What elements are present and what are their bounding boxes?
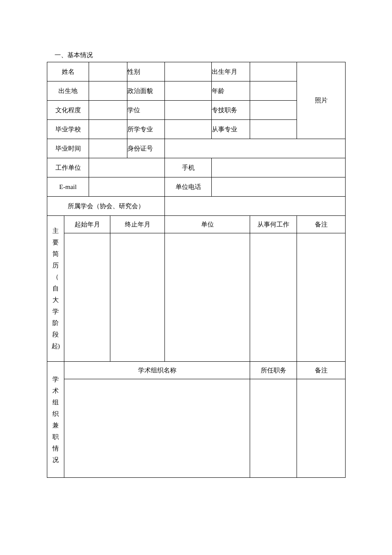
resume-cell-end bbox=[110, 233, 165, 362]
value-birthdate bbox=[250, 62, 297, 81]
label-email: E-mail bbox=[47, 177, 89, 197]
label-gender: 性别 bbox=[127, 62, 165, 81]
org-header-position: 所任职务 bbox=[250, 362, 297, 379]
value-protitle bbox=[250, 101, 297, 120]
value-name bbox=[89, 62, 127, 81]
value-political bbox=[165, 81, 212, 101]
org-side-char: 组 bbox=[47, 397, 64, 408]
label-unitphone: 单位电话 bbox=[165, 177, 212, 197]
resume-side-char: 要 bbox=[47, 237, 64, 248]
org-side-char: 织 bbox=[47, 408, 64, 420]
org-header-name: 学术组织名称 bbox=[64, 362, 250, 379]
value-society bbox=[165, 197, 346, 216]
section-title: 一、基本情况 bbox=[55, 51, 345, 59]
resume-side-char: （ bbox=[47, 271, 64, 283]
org-side-label: 学 术 组 织 兼 职 情 况 bbox=[47, 362, 64, 478]
resume-header-end: 终止年月 bbox=[110, 216, 165, 233]
org-side-char: 兼 bbox=[47, 420, 64, 431]
label-protitle: 专技职务 bbox=[212, 101, 250, 120]
page: 一、基本情况 姓名 性别 出生年月 照片 出生地 bbox=[0, 0, 392, 555]
label-birthdate: 出生年月 bbox=[212, 62, 250, 81]
value-gradtime bbox=[89, 139, 127, 158]
resume-side-char: 段 bbox=[47, 329, 64, 340]
org-cell-note bbox=[297, 379, 346, 478]
org-side-char: 学 bbox=[47, 374, 64, 385]
label-idnumber: 身份证号 bbox=[127, 139, 165, 158]
org-side-char: 术 bbox=[47, 385, 64, 397]
resume-header-work: 从事何工作 bbox=[250, 216, 297, 233]
resume-cell-note bbox=[297, 233, 346, 362]
value-mobile bbox=[212, 158, 346, 177]
value-unitphone bbox=[212, 177, 346, 197]
resume-side-char: 起) bbox=[47, 340, 64, 352]
value-age bbox=[250, 81, 297, 101]
value-engagedmajor bbox=[250, 120, 297, 139]
label-degree: 学位 bbox=[127, 101, 165, 120]
label-name: 姓名 bbox=[47, 62, 89, 81]
org-side-char: 职 bbox=[47, 431, 64, 443]
resume-side-char: 大 bbox=[47, 294, 64, 306]
org-side-char: 情 bbox=[47, 443, 64, 454]
org-side-char: 况 bbox=[47, 454, 64, 466]
label-age: 年龄 bbox=[212, 81, 250, 101]
label-mobile: 手机 bbox=[165, 158, 212, 177]
photo-cell: 照片 bbox=[297, 62, 346, 139]
value-idnumber bbox=[165, 139, 346, 158]
value-major bbox=[165, 120, 212, 139]
value-email bbox=[89, 177, 165, 197]
resume-header-start: 起始年月 bbox=[64, 216, 110, 233]
label-society: 所属学会（协会、研究会） bbox=[47, 197, 165, 216]
resume-header-unit: 单位 bbox=[165, 216, 250, 233]
resume-side-char: 学 bbox=[47, 306, 64, 317]
value-birthplace bbox=[89, 81, 127, 101]
org-cell-position bbox=[250, 379, 297, 478]
basic-info-table: 姓名 性别 出生年月 照片 出生地 政治面貌 年龄 文化程度 学位 专技职务 bbox=[47, 62, 346, 478]
label-education: 文化程度 bbox=[47, 101, 89, 120]
resume-cell-unit bbox=[165, 233, 250, 362]
value-workunit bbox=[89, 158, 165, 177]
label-gradschool: 毕业学校 bbox=[47, 120, 89, 139]
resume-cell-work bbox=[250, 233, 297, 362]
value-gradschool bbox=[89, 120, 127, 139]
value-degree bbox=[165, 101, 212, 120]
resume-side-char: 阶 bbox=[47, 317, 64, 329]
resume-cell-start bbox=[64, 233, 110, 362]
label-gradtime: 毕业时间 bbox=[47, 139, 89, 158]
label-major: 所学专业 bbox=[127, 120, 165, 139]
resume-side-char: 历 bbox=[47, 260, 64, 271]
resume-side-char: 主 bbox=[47, 225, 64, 237]
resume-side-char: 自 bbox=[47, 283, 64, 294]
resume-side-char: 简 bbox=[47, 248, 64, 260]
resume-header-note: 备注 bbox=[297, 216, 346, 233]
resume-side-label: 主 要 简 历 （ 自 大 学 阶 段 起) bbox=[47, 216, 64, 362]
label-birthplace: 出生地 bbox=[47, 81, 89, 101]
value-education bbox=[89, 101, 127, 120]
org-header-note: 备注 bbox=[297, 362, 346, 379]
label-workunit: 工作单位 bbox=[47, 158, 89, 177]
org-cell-name bbox=[64, 379, 250, 478]
value-gender bbox=[165, 62, 212, 81]
label-political: 政治面貌 bbox=[127, 81, 165, 101]
label-engagedmajor: 从事专业 bbox=[212, 120, 250, 139]
